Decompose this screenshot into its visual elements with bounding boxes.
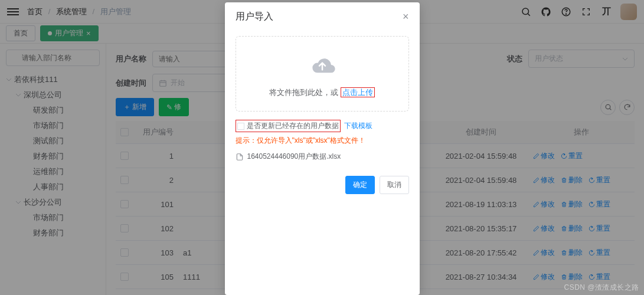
uploaded-file-row[interactable]: 1640524446090用户数据.xlsx — [236, 152, 409, 162]
dialog-close-button[interactable]: × — [403, 11, 409, 23]
upload-click-link[interactable]: 点击上传 — [342, 88, 373, 97]
dialog-ok-button[interactable]: 确定 — [345, 176, 375, 194]
import-dialog: 用户导入 × 将文件拖到此处，或 点击上传 是否更新已经存在的用户数据 下载模板… — [225, 2, 420, 295]
update-existing-checkbox[interactable] — [237, 123, 244, 130]
upload-cloud-icon — [306, 53, 339, 77]
modal-overlay[interactable]: 用户导入 × 将文件拖到此处，或 点击上传 是否更新已经存在的用户数据 下载模板… — [0, 0, 644, 295]
update-existing-label: 是否更新已经存在的用户数据 — [247, 121, 339, 131]
upload-drag-text: 将文件拖到此处，或 — [269, 88, 338, 97]
dialog-title: 用户导入 — [236, 11, 273, 23]
watermark: CSDN @渣渣成长之路 — [564, 283, 639, 293]
upload-dropzone[interactable]: 将文件拖到此处，或 点击上传 — [236, 36, 409, 112]
dialog-cancel-button[interactable]: 取消 — [380, 176, 409, 194]
download-template-link[interactable]: 下载模板 — [344, 121, 372, 131]
file-icon — [236, 153, 244, 161]
upload-hint: 提示：仅允许导入"xls"或"xlsx"格式文件！ — [236, 136, 409, 146]
uploaded-file-name: 1640524446090用户数据.xlsx — [247, 152, 341, 162]
